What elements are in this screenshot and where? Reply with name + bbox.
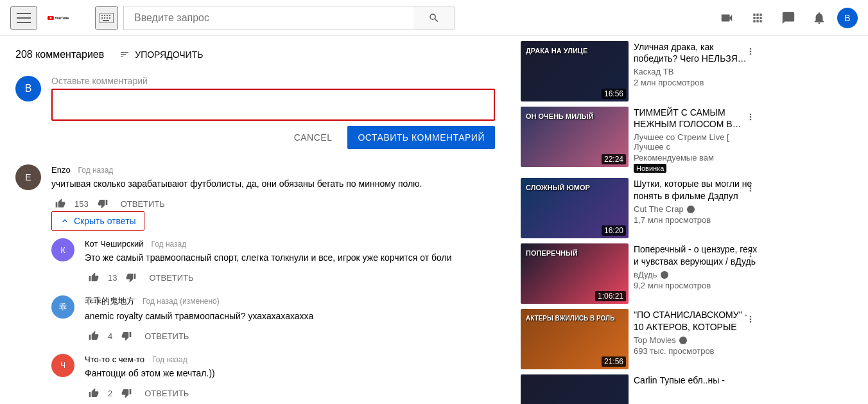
video-title: Carlin Тупые ебл..ны - [634,374,758,386]
video-channel: Top Movies [634,335,758,345]
reply-actions-row: 2 ОТВЕТИТЬ [85,385,495,401]
dislike-button[interactable] [94,196,112,211]
more-vert-icon [745,183,756,193]
hamburger-line [17,17,31,19]
video-thumbnail [521,374,629,404]
youtube-icon: YouTube [48,10,69,26]
video-thumbnail: ПОПЕРЕЧНЫЙ 1:06:21 [521,243,629,304]
reply-like-button[interactable] [85,385,103,401]
video-info: "ПО СТАНИСЛАВСКОМУ" - 10 АКТЕРОВ, КОТОРЫ… [634,309,758,369]
sidebar-video-item[interactable]: ДРАКА НА УЛИЦЕ 16:56 Уличная драка, как … [521,41,758,101]
more-vert-icon [745,46,756,57]
messages-icon [781,11,795,25]
reply-body: Кот Чеширский Год назад Это же самый тра… [85,238,495,285]
comment-input-actions: CANCEL ОСТАВИТЬ КОММЕНТАРИЙ [51,126,495,149]
sidebar-video-item[interactable]: ОН ОЧЕНЬ МИЛЫЙ 22:24 ТИММЕЙТ С САМЫМ НЕЖ… [521,107,758,173]
video-more-button[interactable] [743,180,758,198]
reply-author: Кот Чеширский [85,239,144,249]
hamburger-menu-button[interactable] [10,6,37,30]
sidebar-video-item[interactable]: Carlin Тупые ебл..ны - [521,374,758,404]
comment-author: Enzo [51,165,71,175]
avatar-letter: B [844,13,850,23]
notifications-button[interactable] [806,5,832,31]
hamburger-line [17,13,31,14]
svg-rect-7 [109,15,110,16]
keyboard-icon [100,13,114,23]
reply-text: Это же самый травмоопасный спорт, слегка… [85,251,495,265]
video-duration: 21:56 [602,356,626,367]
more-vert-icon [745,314,756,324]
comment-actions-row: 153 ОТВЕТИТЬ [51,196,495,211]
video-views: 2 млн просмотров [634,78,758,87]
replies-container: К Кот Чеширский Год назад Это же самый т… [51,238,495,401]
hamburger-line [17,22,31,23]
apps-button[interactable] [745,5,770,31]
header-right: B [714,5,858,31]
reply-button[interactable]: ОТВЕТИТЬ [117,197,169,211]
reply-dislike-button[interactable] [117,328,135,344]
reply-body: Что-то с чем-то Год назад Фантоцци об эт… [85,354,495,401]
chevron-up-icon [60,216,70,226]
keyboard-icon-button[interactable] [95,6,118,30]
sort-label: УПОРЯДОЧИТЬ [135,49,203,60]
sidebar: ДРАКА НА УЛИЦЕ 16:56 Уличная драка, как … [510,36,768,404]
camera-button[interactable] [714,5,740,31]
video-title: Поперечный - о цензуре, геях и чувствах … [634,243,758,267]
video-channel: вДудь [634,270,758,279]
reply-like-count: 4 [108,331,112,341]
reply-time: Год назад [152,240,187,249]
header-left: YouTube [10,6,69,30]
cancel-button[interactable]: CANCEL [284,126,343,149]
video-more-button[interactable] [743,312,758,329]
sidebar-video-item[interactable]: ПОПЕРЕЧНЫЙ 1:06:21 Поперечный - о цензур… [521,243,758,304]
sort-button[interactable]: УПОРЯДОЧИТЬ [119,49,203,60]
search-icon [428,12,440,24]
reply-like-button[interactable] [85,328,103,344]
sidebar-video-item[interactable]: АКТЕРЫ ВЖИЛИСЬ В РОЛЬ 21:56 "ПО СТАНИСЛА… [521,309,758,369]
video-more-button[interactable] [743,44,758,61]
reply-like-button[interactable] [85,270,103,285]
thumbs-up-icon [55,198,65,209]
video-more-button[interactable] [743,246,758,263]
messages-button[interactable] [776,5,801,31]
camera-icon [720,11,734,25]
svg-rect-10 [107,17,108,19]
reply-author: 乖乖的鬼地方 [85,296,135,306]
comment-item: E Enzo Год назад учитывая сколько зараба… [15,164,495,404]
youtube-logo[interactable]: YouTube [48,10,69,26]
search-button[interactable] [413,6,455,30]
thumbs-up-icon [89,272,99,283]
submit-comment-button[interactable]: ОСТАВИТЬ КОММЕНТАРИЙ [347,126,495,149]
like-button[interactable] [51,196,69,211]
video-more-button[interactable] [743,109,758,127]
reply-dislike-button[interactable] [122,270,140,285]
search-bar [95,6,455,30]
toggle-replies-label: Скрыть ответы [74,216,136,226]
reply-like-count: 13 [108,273,117,283]
video-new-badge: Новинка [634,164,666,173]
sidebar-video-wrapper: ОН ОЧЕНЬ МИЛЫЙ 22:24 ТИММЕЙТ С САМЫМ НЕЖ… [521,107,758,173]
search-input[interactable] [123,6,413,30]
toggle-replies-button[interactable]: Скрыть ответы [51,211,144,231]
reply-actions-row: 13 ОТВЕТИТЬ [85,270,495,285]
verified-icon [687,206,695,213]
comment-input-box[interactable] [51,89,495,121]
svg-rect-4 [101,15,103,16]
video-views: 9,2 млн просмотров [634,281,758,290]
verified-icon [679,337,687,344]
reply-text: Фантоцци об этом же мечтал.)) [85,367,495,380]
reply-reply-button[interactable]: ОТВЕТИТЬ [141,329,193,344]
main-container: 208 комментариев УПОРЯДОЧИТЬ B Оставьте … [0,36,868,404]
user-avatar-button[interactable]: B [837,8,858,28]
apps-icon [751,12,764,24]
reply-dislike-button[interactable] [117,385,135,401]
thumbs-up-icon [89,388,99,398]
reply-reply-button[interactable]: ОТВЕТИТЬ [145,270,197,285]
svg-rect-5 [104,15,105,16]
reply-avatar: 乖 [51,295,74,319]
sidebar-video-wrapper: ДРАКА НА УЛИЦЕ 16:56 Уличная драка, как … [521,41,758,101]
sidebar-video-wrapper: ПОПЕРЕЧНЫЙ 1:06:21 Поперечный - о цензур… [521,243,758,304]
sidebar-video-item[interactable]: СЛОЖНЫЙ ЮМОР 16:20 Шутки, которые вы мог… [521,178,758,238]
reply-body: 乖乖的鬼地方 Год назад (изменено) anemic royal… [85,295,495,344]
reply-reply-button[interactable]: ОТВЕТИТЬ [141,386,193,401]
